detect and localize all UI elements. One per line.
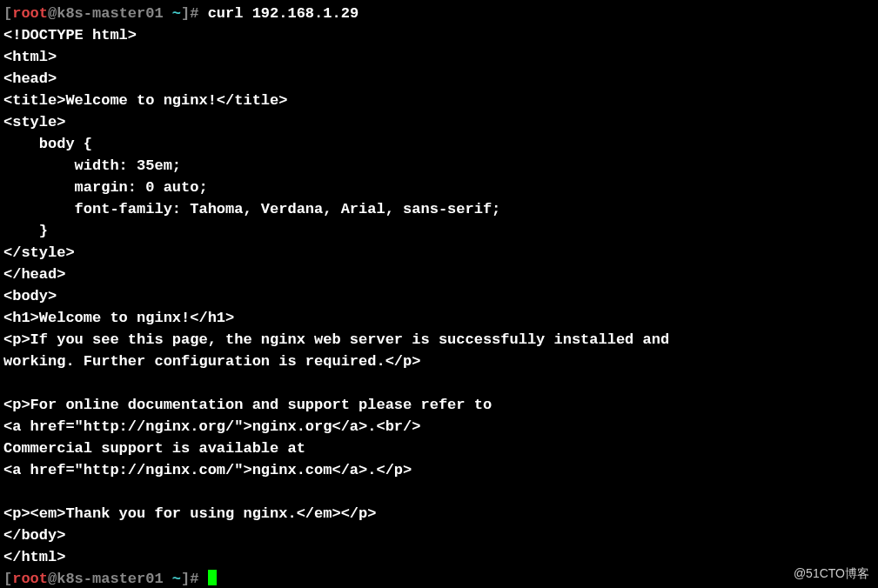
prompt-host: @k8s-master01 [48, 571, 172, 587]
output-line: <!DOCTYPE html> [3, 27, 137, 43]
output-line: working. Further configuration is requir… [3, 353, 420, 370]
output-line: margin: 0 auto; [3, 179, 208, 196]
output-line: <p>If you see this page, the nginx web s… [3, 331, 669, 348]
output-line: </style> [3, 244, 75, 261]
prompt-close: ]# [181, 5, 208, 22]
prompt-cwd: ~ [172, 571, 181, 587]
prompt-host: @k8s-master01 [48, 5, 172, 22]
output-line: <a href="http://nginx.com/">nginx.com</a… [3, 462, 412, 478]
output-line: body { [3, 136, 92, 152]
output-line: <h1>Welcome to nginx!</h1> [3, 310, 234, 326]
output-line: </html> [3, 549, 65, 565]
output-line: <title>Welcome to nginx!</title> [3, 92, 287, 109]
output-line: <p><em>Thank you for using nginx.</em></… [3, 505, 376, 522]
output-line: font-family: Tahoma, Verdana, Arial, san… [3, 201, 500, 217]
output-line: <head> [3, 70, 57, 87]
output-line: </head> [3, 266, 65, 283]
output-line: <style> [3, 114, 65, 130]
output-line: <body> [3, 288, 57, 304]
output-line: <p>For online documentation and support … [3, 397, 492, 413]
output-line: Commercial support is available at [3, 440, 305, 457]
prompt-cwd: ~ [172, 5, 181, 22]
output-line: } [3, 223, 48, 239]
output-line: <html> [3, 49, 57, 65]
output-line: width: 35em; [3, 157, 181, 174]
prompt-close: ]# [181, 571, 208, 587]
terminal-output[interactable]: [root@k8s-master01 ~]# curl 192.168.1.29… [3, 3, 878, 588]
prompt-bracket-open: [ [3, 571, 12, 587]
watermark: @51CTO博客 [794, 565, 869, 583]
command-input: curl 192.168.1.29 [208, 5, 359, 22]
prompt-user: root [12, 571, 48, 587]
terminal-cursor [208, 570, 217, 585]
output-line: </body> [3, 527, 65, 544]
output-line: <a href="http://nginx.org/">nginx.org</a… [3, 418, 420, 435]
prompt-bracket-open: [ [3, 5, 12, 22]
prompt-user: root [12, 5, 48, 22]
